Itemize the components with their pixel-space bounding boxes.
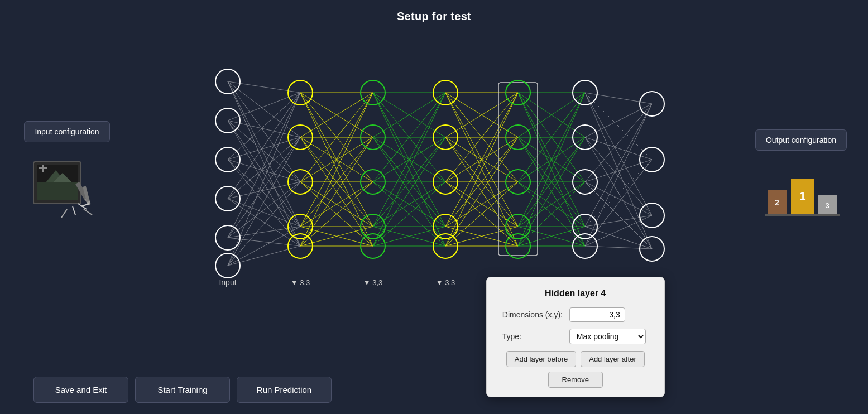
main-area: Input configuration — [0, 28, 868, 319]
svg-rect-6 — [42, 165, 44, 172]
svg-line-25 — [228, 121, 300, 246]
svg-line-13 — [73, 206, 75, 215]
right-panel: Output configuration 2 1 3 — [751, 129, 851, 218]
remove-button[interactable]: Remove — [548, 372, 603, 388]
start-training-button[interactable]: Start Training — [135, 377, 230, 403]
add-layer-after-button[interactable]: Add layer after — [581, 351, 645, 367]
svg-line-147 — [585, 93, 652, 160]
svg-text:Input: Input — [219, 278, 236, 287]
popup-remove-row: Remove — [502, 372, 649, 388]
svg-line-152 — [585, 137, 652, 215]
add-layer-before-button[interactable]: Add layer before — [506, 351, 576, 367]
svg-rect-216 — [765, 214, 840, 216]
svg-line-151 — [585, 137, 652, 160]
svg-text:3: 3 — [825, 201, 829, 210]
input-config-button[interactable]: Input configuration — [24, 121, 109, 142]
layer-popup: Hidden layer 4 Dimensions (x,y): Type: M… — [486, 277, 665, 397]
svg-text:▼ 3,3: ▼ 3,3 — [290, 278, 310, 287]
popup-add-buttons-row: Add layer before Add layer after — [502, 351, 649, 367]
popup-type-row: Type: Max pooling Convolutional Fully co… — [502, 329, 649, 344]
run-prediction-button[interactable]: Run Prediction — [237, 377, 332, 403]
popup-type-select[interactable]: Max pooling Convolutional Fully connecte… — [569, 329, 646, 344]
popup-title: Hidden layer 4 — [502, 288, 649, 299]
popup-dim-label: Dimensions (x,y): — [502, 310, 564, 319]
left-panel: Input configuration — [17, 121, 117, 226]
network-svg: Input ▼ 3,3 ▼ 3,3 ▼ 3,3 ▼ 3,3 1000 Outpu… — [183, 45, 685, 291]
svg-text:2: 2 — [775, 198, 779, 207]
svg-rect-2 — [37, 182, 78, 200]
svg-line-155 — [585, 160, 652, 182]
popup-type-label: Type: — [502, 332, 564, 341]
popup-dim-row: Dimensions (x,y): — [502, 307, 649, 322]
bottom-bar: Save and Exit Start Training Run Predict… — [33, 377, 332, 403]
svg-line-42 — [228, 137, 300, 266]
output-config-button[interactable]: Output configuration — [755, 129, 847, 151]
save-exit-button[interactable]: Save and Exit — [33, 377, 128, 403]
layer2-label[interactable]: ▼ 3,3 — [363, 278, 382, 287]
svg-line-32 — [228, 137, 300, 199]
output-icon: 2 1 3 — [762, 162, 840, 218]
svg-line-31 — [228, 93, 300, 199]
layer3-label[interactable]: ▼ 3,3 — [435, 278, 455, 287]
input-icon — [22, 153, 112, 226]
svg-line-43 — [228, 182, 300, 266]
svg-line-15 — [61, 209, 67, 218]
svg-line-14 — [84, 209, 92, 215]
svg-line-159 — [585, 160, 652, 227]
svg-line-24 — [228, 121, 300, 227]
svg-text:1: 1 — [799, 190, 805, 202]
svg-line-165 — [585, 246, 652, 249]
popup-dim-input[interactable] — [569, 307, 625, 322]
svg-line-156 — [585, 182, 652, 215]
layer1-label[interactable]: ▼ 3,3 — [290, 278, 310, 287]
svg-line-150 — [585, 104, 652, 137]
svg-line-161 — [585, 227, 652, 249]
svg-line-146 — [585, 93, 652, 104]
svg-line-45 — [228, 246, 300, 266]
svg-text:▼ 3,3: ▼ 3,3 — [435, 278, 455, 287]
svg-text:▼ 3,3: ▼ 3,3 — [363, 278, 382, 287]
page-title: Setup for test — [0, 0, 868, 28]
network-container: Input ▼ 3,3 ▼ 3,3 ▼ 3,3 ▼ 3,3 1000 Outpu… — [117, 28, 751, 319]
